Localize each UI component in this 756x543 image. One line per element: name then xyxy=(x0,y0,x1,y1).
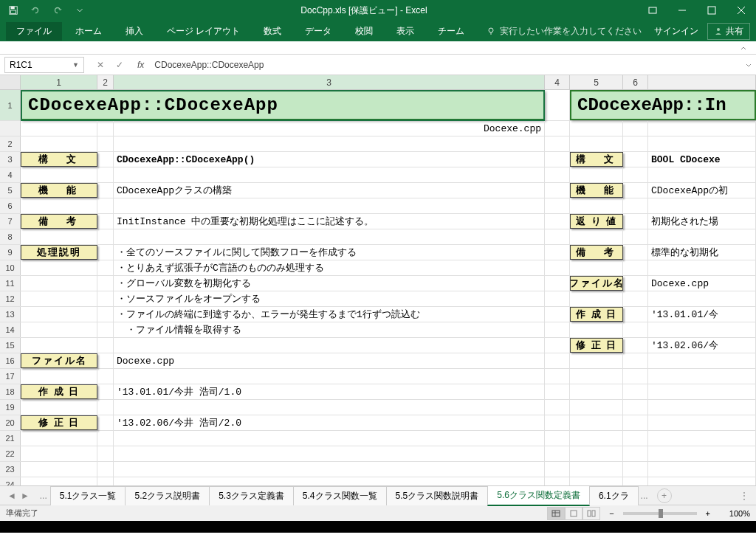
modified-value[interactable]: '13.02.06/今井 浩司/2.0 xyxy=(114,415,545,430)
name-box[interactable]: R1C1 ▼ xyxy=(4,57,84,73)
row-header[interactable]: 4 xyxy=(0,167,21,182)
save-icon[interactable] xyxy=(3,1,24,19)
row-header[interactable]: 3 xyxy=(0,152,21,167)
row-header[interactable]: 17 xyxy=(0,369,21,384)
row-header[interactable]: 2 xyxy=(0,136,21,151)
label-created-r[interactable]: 作 成 日 xyxy=(570,307,623,322)
row-header[interactable]: 9 xyxy=(0,245,21,260)
row-header[interactable]: 7 xyxy=(0,214,21,229)
select-all-button[interactable] xyxy=(0,75,21,89)
sheet-tab-active[interactable]: 5.6クラス関数定義書 xyxy=(487,485,590,506)
qat-dropdown-icon[interactable] xyxy=(69,1,90,19)
chevron-down-icon[interactable]: ▼ xyxy=(72,61,79,69)
note-value-r[interactable]: 標準的な初期化 xyxy=(648,245,756,260)
tell-me-search[interactable]: 実行したい作業を入力してください xyxy=(487,25,642,38)
normal-view-icon[interactable] xyxy=(547,507,565,520)
tab-layout[interactable]: ページ レイアウト xyxy=(157,22,250,41)
minimize-icon[interactable] xyxy=(667,0,697,21)
col-header[interactable]: 5 xyxy=(570,75,623,89)
label-created[interactable]: 作 成 日 xyxy=(21,384,97,399)
page-break-view-icon[interactable] xyxy=(583,507,600,520)
row-header[interactable]: 14 xyxy=(0,322,21,337)
row-header[interactable]: 1 xyxy=(0,90,21,120)
enter-formula-icon[interactable]: ✓ xyxy=(111,57,128,73)
created-value[interactable]: '13.01.01/今井 浩司/1.0 xyxy=(114,384,545,399)
expand-formula-icon[interactable] xyxy=(741,61,756,69)
fx-icon[interactable]: fx xyxy=(137,60,144,70)
tab-team[interactable]: チーム xyxy=(427,22,475,41)
row-header[interactable]: 8 xyxy=(0,229,21,244)
tab-ellipsis-right[interactable]: ... xyxy=(638,491,651,501)
tab-formula[interactable]: 数式 xyxy=(253,22,292,41)
ret-value-r[interactable]: 初期化された場 xyxy=(648,214,756,229)
label-func[interactable]: 機 能 xyxy=(21,183,97,198)
page-layout-view-icon[interactable] xyxy=(565,507,583,520)
chevron-up-icon[interactable] xyxy=(740,44,747,52)
undo-icon[interactable] xyxy=(25,1,46,19)
label-modified-r[interactable]: 修 正 日 xyxy=(570,338,623,353)
row-header[interactable] xyxy=(0,121,21,136)
new-sheet-button[interactable]: + xyxy=(657,488,672,503)
sheet-tab[interactable]: 6.1クラ xyxy=(589,486,639,505)
col-header[interactable]: 1 xyxy=(21,75,97,89)
sheet-tab[interactable]: 5.5クラス関数説明書 xyxy=(386,486,489,505)
row-header[interactable]: 16 xyxy=(0,353,21,368)
note-value[interactable]: InitInstance 中の重要な初期化処理はここに記述する。 xyxy=(114,214,545,229)
row-header[interactable]: 19 xyxy=(0,400,21,415)
tab-menu-icon[interactable]: ⋮ xyxy=(732,491,756,501)
proc-line[interactable]: ・ファイル情報を取得する xyxy=(114,322,545,337)
label-ret-r[interactable]: 返 り 値 xyxy=(570,214,623,229)
tab-view[interactable]: 表示 xyxy=(386,22,425,41)
label-fname[interactable]: ファイル名 xyxy=(21,353,97,368)
cancel-formula-icon[interactable]: ✕ xyxy=(92,57,109,73)
func-value-r[interactable]: CDocexeAppの初 xyxy=(648,183,756,198)
func-value[interactable]: CDocexeAppクラスの構築 xyxy=(114,183,545,198)
created-value-r[interactable]: '13.01.01/今 xyxy=(648,307,756,322)
tab-nav-prev-icon[interactable]: ◄ xyxy=(7,491,16,501)
row-header[interactable]: 21 xyxy=(0,431,21,446)
zoom-in-icon[interactable]: + xyxy=(706,509,710,518)
spreadsheet-grid[interactable]: 1 2 3 4 5 6 1 CDocexeApp::CDocexeApp CDo… xyxy=(0,75,756,485)
sheet-tab[interactable]: 5.2クラス説明書 xyxy=(125,486,210,505)
tab-ellipsis-left[interactable]: ... xyxy=(37,491,50,501)
col-header[interactable]: 6 xyxy=(623,75,648,89)
syntax-value[interactable]: CDocexeApp::CDocexeApp() xyxy=(114,152,545,167)
row-header[interactable]: 18 xyxy=(0,384,21,399)
proc-line[interactable]: ・全てのソースファイルに関して関数フローを作成する xyxy=(114,245,545,260)
ribbon-options-icon[interactable] xyxy=(638,0,667,21)
label-fname-r[interactable]: ファイル名 xyxy=(570,276,623,291)
row-header[interactable]: 23 xyxy=(0,462,21,477)
label-syntax-r[interactable]: 構 文 xyxy=(570,152,623,167)
label-modified[interactable]: 修 正 日 xyxy=(21,415,97,430)
signin-link[interactable]: サインイン xyxy=(654,25,698,38)
tab-data[interactable]: データ xyxy=(295,22,342,41)
col-header[interactable]: 2 xyxy=(97,75,114,89)
row-header[interactable]: 6 xyxy=(0,198,21,213)
row-header[interactable]: 24 xyxy=(0,477,21,485)
zoom-out-icon[interactable]: − xyxy=(609,509,614,518)
proc-line[interactable]: ・ファイルの終端に到達するか、エラーが発生するまで1行ずつ読込む xyxy=(114,307,545,322)
proc-line[interactable]: ・ソースファイルをオープンする xyxy=(114,291,545,306)
label-note-r[interactable]: 備 考 xyxy=(570,245,623,260)
col-header[interactable] xyxy=(648,75,756,89)
proc-line[interactable]: ・グローバル変数を初期化する xyxy=(114,276,545,291)
maximize-icon[interactable] xyxy=(697,0,726,21)
title-cell-right[interactable]: CDocexeApp::In xyxy=(570,90,756,120)
proc-line[interactable]: ・とりあえず拡張子がC言語のもののみ処理する xyxy=(114,260,545,275)
label-proc[interactable]: 処理説明 xyxy=(21,245,97,260)
file-name-cell[interactable]: Docexe.cpp xyxy=(114,121,545,136)
fname-value-r[interactable]: Docexe.cpp xyxy=(648,276,756,291)
title-cell-left[interactable]: CDocexeApp::CDocexeApp xyxy=(21,90,545,120)
zoom-thumb[interactable] xyxy=(659,509,663,518)
sheet-tab[interactable]: 5.3クラス定義書 xyxy=(209,486,294,505)
label-func-r[interactable]: 機 能 xyxy=(570,183,623,198)
zoom-percent[interactable]: 100% xyxy=(719,509,750,518)
zoom-slider[interactable] xyxy=(623,512,697,515)
sheet-tab[interactable]: 5.1クラス一覧 xyxy=(50,486,126,505)
row-header[interactable]: 22 xyxy=(0,446,21,461)
row-header[interactable]: 15 xyxy=(0,338,21,353)
label-syntax[interactable]: 構 文 xyxy=(21,152,97,167)
label-note[interactable]: 備 考 xyxy=(21,214,97,229)
row-header[interactable]: 20 xyxy=(0,415,21,430)
redo-icon[interactable] xyxy=(47,1,68,19)
